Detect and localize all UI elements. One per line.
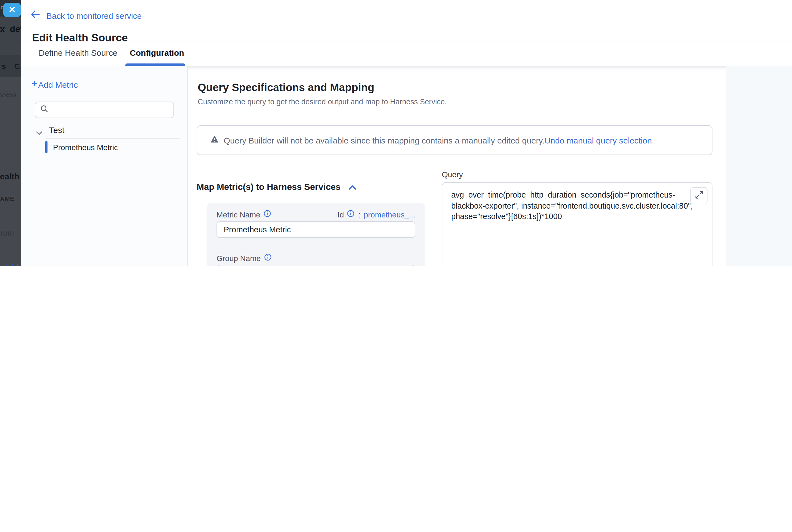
- metric-item-label: Prometheus Metric: [53, 142, 118, 151]
- background-text-fragment: view: [0, 90, 17, 99]
- metric-mapping-panel: Metric Name Id : prometheus_... Group Na…: [206, 203, 425, 266]
- divider: [46, 138, 180, 138]
- query-editor[interactable]: avg_over_time(probe_http_duration_second…: [442, 182, 713, 266]
- chevron-up-icon[interactable]: [340, 182, 356, 192]
- add-metric-label: Add Metric: [38, 80, 78, 90]
- edit-health-source-modal: Back to monitored service Edit Health So…: [21, 0, 792, 266]
- chevron-down-icon[interactable]: [36, 128, 42, 138]
- close-button[interactable]: [3, 3, 21, 17]
- metric-id-value-link[interactable]: prometheus_...: [364, 210, 415, 219]
- edit-health-source-screen: nt x_dev s C view ealth S AME rom Add Ba…: [0, 0, 792, 266]
- metric-search: [35, 101, 174, 118]
- manual-query-warning: Query Builder will not be available sinc…: [197, 125, 713, 155]
- map-metrics-title: Map Metric(s) to Harness Services: [197, 182, 340, 192]
- query-text[interactable]: avg_over_time(probe_http_duration_second…: [442, 183, 712, 222]
- group-name-select[interactable]: test: [217, 265, 415, 266]
- undo-manual-query-link[interactable]: Undo manual query selection: [545, 135, 652, 145]
- back-to-monitored-service-link[interactable]: Back to monitored service: [47, 11, 142, 20]
- background-text-fragment: ealth S: [0, 172, 21, 181]
- content-right-margin: [726, 66, 792, 266]
- info-icon[interactable]: [344, 210, 357, 219]
- metric-name-label: Metric Name: [217, 210, 272, 219]
- background-text-fragment: AME: [0, 195, 14, 202]
- background-text-fragment: C: [14, 62, 20, 71]
- expand-icon: [695, 191, 703, 200]
- tab-configuration[interactable]: Configuration: [130, 48, 184, 57]
- metrics-sidebar: + Add Metric Test Prometheus Metric: [21, 66, 188, 266]
- section-subheading: Customize the query to get the desired o…: [198, 98, 447, 106]
- section-heading: Query Specifications and Mapping: [198, 81, 374, 94]
- warning-icon: [210, 135, 219, 145]
- search-icon: [40, 105, 48, 115]
- group-name-label: Group Name: [217, 253, 272, 263]
- background-text-fragment: Add: [4, 263, 19, 266]
- back-row: Back to monitored service: [31, 10, 142, 21]
- background-text-fragment: x_dev: [0, 24, 21, 34]
- active-tab-indicator: [125, 63, 185, 66]
- metric-item-prometheus-metric[interactable]: Prometheus Metric: [45, 141, 118, 153]
- tab-bar: Define Health Source Configuration: [21, 41, 792, 66]
- metric-group-test[interactable]: Test: [49, 125, 65, 135]
- map-metrics-section-header: Map Metric(s) to Harness Services: [197, 182, 356, 192]
- plus-icon: +: [32, 78, 38, 89]
- id-label: Id: [337, 210, 344, 219]
- search-input[interactable]: [52, 105, 162, 115]
- back-arrow-icon: [31, 11, 47, 20]
- add-metric-button[interactable]: + Add Metric: [32, 78, 78, 90]
- divider: [198, 114, 726, 114]
- id-colon: :: [358, 210, 361, 219]
- warning-text: Query Builder will not be available sinc…: [224, 135, 545, 145]
- metric-id-row: Id : prometheus_...: [337, 210, 415, 219]
- expand-query-button[interactable]: [690, 187, 707, 204]
- dimmed-background: nt x_dev s C view ealth S AME rom Add: [0, 0, 21, 266]
- query-label: Query: [442, 170, 463, 179]
- background-text-fragment: rom: [1, 228, 14, 237]
- background-band: [0, 17, 21, 55]
- tab-define-health-source[interactable]: Define Health Source: [39, 48, 117, 57]
- info-icon[interactable]: [261, 253, 272, 263]
- close-icon: [9, 6, 16, 14]
- metric-name-input[interactable]: [217, 221, 415, 238]
- selected-indicator-bar: [45, 141, 48, 153]
- background-text-fragment: s: [2, 62, 6, 71]
- info-icon[interactable]: [260, 210, 272, 219]
